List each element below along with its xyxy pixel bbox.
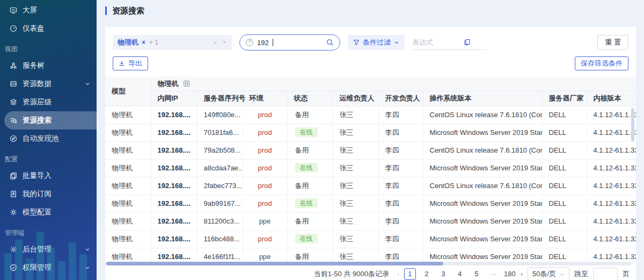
- jump-page-input[interactable]: [593, 268, 618, 280]
- page-number[interactable]: 1: [404, 268, 416, 280]
- sidebar-item-service-tree[interactable]: 服务树: [0, 56, 97, 75]
- cell-environment: prod: [243, 177, 287, 195]
- chevron-down-icon: [394, 40, 399, 45]
- cell-status: 在线: [287, 124, 333, 141]
- cell-kernel-version: 4.1.12-61.1.33.: [587, 141, 636, 159]
- sidebar: 大屏 仪表盘 视图 服务树 资源数据 资源层级 资源搜索 自动发现池 配置 批量…: [0, 0, 97, 280]
- column-header: 运维负责人: [333, 91, 378, 106]
- search-icon[interactable]: [326, 39, 334, 46]
- cell-dev-owner: 李四: [378, 141, 423, 159]
- cell-status: 在线: [287, 159, 333, 177]
- status-badge: 备用: [295, 182, 309, 190]
- page-list: 12345···180: [404, 268, 516, 280]
- group-header-physical-machine: 物理机: [151, 77, 636, 91]
- record-summary: 当前1-50 共 9000条记录: [314, 269, 389, 279]
- sidebar-item-label: 自动发现池: [23, 134, 59, 143]
- condition-filter-button[interactable]: 条件过滤: [348, 35, 405, 50]
- sidebar-section-admin: 管理端: [0, 221, 97, 240]
- sidebar-item-dashboard[interactable]: 仪表盘: [0, 19, 97, 38]
- cell-model: 物理机: [105, 106, 151, 124]
- prev-page-button[interactable]: ‹: [397, 270, 399, 278]
- cell-vendor: DELL: [542, 159, 587, 177]
- cell-intranet-ip: 192.168....: [151, 124, 197, 141]
- cell-vendor: DELL: [542, 106, 587, 124]
- page-number[interactable]: 4: [454, 268, 466, 280]
- sidebar-item-permission-admin[interactable]: 权限管理: [0, 259, 97, 277]
- sidebar-item-label: 模型配置: [23, 207, 52, 217]
- cell-kernel-version: 4.1.12-61.1.33.: [587, 195, 636, 212]
- sidebar-item-resource-search[interactable]: 资源搜索: [4, 111, 97, 130]
- table-row[interactable]: 物理机 192.168.... 811200c3... ppe 备用 张三 李四…: [105, 212, 636, 230]
- status-badge: 在线: [295, 234, 318, 243]
- cell-intranet-ip: 192.168....: [151, 159, 197, 177]
- cell-os-version: Microsoft Windows Server 2019 Stan...: [423, 212, 542, 230]
- sidebar-item-backend-admin[interactable]: 后台管理: [0, 240, 97, 259]
- cell-environment: ppe: [243, 248, 287, 262]
- copy-icon[interactable]: [464, 39, 471, 46]
- cell-serial: 4e166f1f1...: [197, 248, 243, 262]
- table-row[interactable]: 物理机 192.168.... 70181fa6... prod 在线 张三 李…: [105, 124, 636, 141]
- page-unit-label: 页: [623, 269, 630, 279]
- cell-environment: prod: [243, 195, 287, 212]
- reset-button[interactable]: 重 置: [597, 35, 628, 50]
- sidebar-item-resource-data[interactable]: 资源数据: [0, 75, 97, 93]
- page-number[interactable]: 2: [421, 268, 433, 280]
- sidebar-item-big-screen[interactable]: 大屏: [0, 1, 97, 19]
- table-row[interactable]: 物理机 192.168.... a8cdaa7ae... prod 在线 张三 …: [105, 159, 636, 177]
- cell-model: 物理机: [105, 212, 151, 230]
- column-settings-icon[interactable]: [183, 80, 190, 87]
- sidebar-item-resource-level[interactable]: 资源层级: [0, 93, 97, 111]
- horizontal-scrollbar-track[interactable]: [105, 262, 632, 265]
- save-filter-button[interactable]: 保存筛选条件: [575, 56, 628, 70]
- tag-close-icon[interactable]: ×: [142, 39, 145, 46]
- page-number[interactable]: 5: [471, 268, 482, 280]
- cell-ops-owner: 张三: [333, 177, 378, 195]
- search-input[interactable]: ? 192: [239, 34, 340, 51]
- sidebar-item-auto-discovery[interactable]: 自动发现池: [0, 130, 97, 148]
- page-number[interactable]: 3: [437, 268, 449, 280]
- horizontal-scrollbar-thumb[interactable]: [106, 262, 443, 265]
- page-number[interactable]: 180: [504, 268, 516, 280]
- sidebar-item-model-config[interactable]: 模型配置: [0, 203, 97, 221]
- cell-os-version: Microsoft Windows Server 2019 Stan...: [423, 230, 542, 248]
- cell-status: 在线: [287, 195, 333, 212]
- resource-data-icon: [10, 80, 17, 88]
- table-row[interactable]: 物理机 192.168.... 149ff080e... prod 备用 张三 …: [105, 106, 636, 124]
- filter-row: 物理机 × + 1 × ? 192 条件过滤 重 置: [113, 34, 628, 51]
- table-body: 物理机 192.168.... 149ff080e... prod 备用 张三 …: [105, 106, 636, 262]
- vertical-scrollbar[interactable]: [631, 108, 634, 141]
- model-select[interactable]: 物理机 × + 1 ×: [113, 35, 232, 50]
- sidebar-item-batch-import[interactable]: 批量导入: [0, 167, 97, 185]
- table-row[interactable]: 物理机 192.168.... 9ab99167... prod 在线 张三 李…: [105, 195, 636, 212]
- cell-ops-owner: 张三: [333, 141, 378, 159]
- table-row[interactable]: 物理机 192.168.... 4e166f1f1... ppe 备用 张三 李…: [105, 248, 636, 262]
- sidebar-item-label: 资源数据: [23, 79, 52, 89]
- select-clear-icon[interactable]: ×: [213, 39, 217, 47]
- next-page-button[interactable]: ›: [521, 270, 523, 278]
- batch-import-icon: [10, 172, 17, 180]
- table-row[interactable]: 物理机 192.168.... 79a2b508... prod 备用 张三 李…: [105, 141, 636, 159]
- more-tags-count: + 1: [149, 39, 158, 46]
- cell-ops-owner: 张三: [333, 106, 378, 124]
- sidebar-section-config: 配置: [0, 148, 97, 167]
- export-button[interactable]: 导出: [113, 56, 148, 70]
- cell-ops-owner: 张三: [333, 230, 378, 248]
- cell-os-version: Microsoft Windows Server 2019 Stan...: [423, 195, 542, 212]
- page-header: 资源搜索: [97, 0, 644, 21]
- table-row[interactable]: 物理机 192.168.... 2fabec773... prod 备用 张三 …: [105, 177, 636, 195]
- layers-icon: [10, 98, 17, 106]
- group-header-row: 模型 物理机: [105, 77, 636, 91]
- sidebar-item-my-subscription[interactable]: 我的订阅: [0, 185, 97, 203]
- expression-input[interactable]: [412, 38, 462, 46]
- column-header: 环境: [243, 91, 287, 106]
- table-row[interactable]: 物理机 192.168.... 116bc488... prod 在线 张三 李…: [105, 230, 636, 248]
- cell-environment: ppe: [243, 212, 287, 230]
- sidebar-item-label: 权限管理: [23, 263, 52, 272]
- page-size-select[interactable]: 50条/页: [528, 267, 569, 280]
- cell-os-version: CentOS Linux release 7.6.1810 (Core): [423, 106, 542, 124]
- permission-icon: [10, 264, 17, 271]
- cell-vendor: DELL: [542, 230, 587, 248]
- cell-os-version: Microsoft Windows Server 2019 Stan...: [423, 159, 542, 177]
- cell-kernel-version: 4.1.12-61.1.33.: [587, 106, 636, 124]
- service-tree-icon: [10, 62, 17, 69]
